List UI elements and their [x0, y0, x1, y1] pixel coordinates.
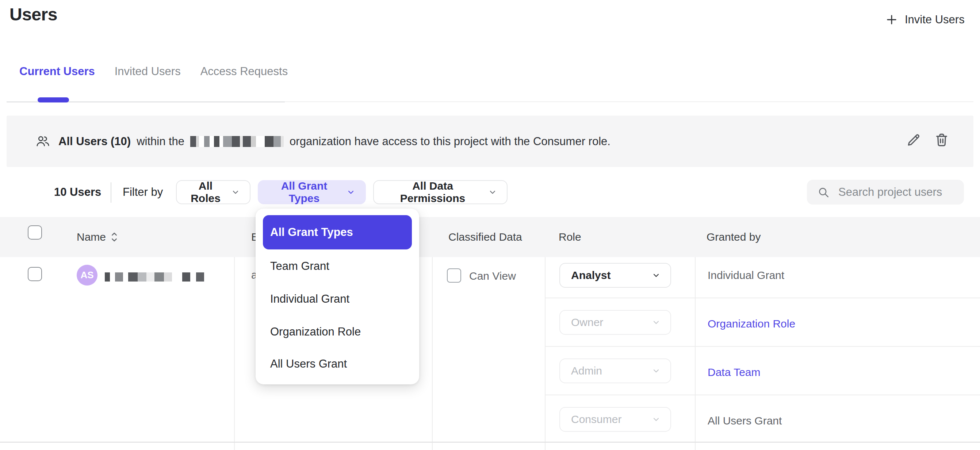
- chevron-down-icon: [651, 271, 661, 280]
- granted-by-link[interactable]: Data Team: [708, 366, 760, 379]
- grant-row-divider: [545, 346, 980, 347]
- all-data-permissions-filter-label: All Data Permissions: [385, 180, 480, 204]
- row-divider: [0, 442, 980, 443]
- redacted-org-name: [190, 136, 284, 147]
- column-header-granted-by: Granted by: [706, 231, 760, 243]
- role-select-consumer: Consumer: [559, 407, 671, 432]
- grant-types-dropdown-menu: All Grant Types Team Grant Individual Gr…: [256, 209, 419, 384]
- user-count: 10 Users: [54, 180, 101, 204]
- plus-icon: [885, 13, 898, 26]
- chevron-down-icon: [488, 187, 497, 197]
- role-select-label: Owner: [571, 316, 603, 328]
- all-roles-filter-label: All Roles: [188, 180, 223, 204]
- banner-text: All Users (10) within the organization h…: [35, 116, 611, 167]
- chevron-down-icon: [651, 415, 661, 424]
- tab-access-requests[interactable]: Access Requests: [200, 65, 288, 78]
- chevron-down-icon: [346, 187, 356, 197]
- granted-by-value: All Users Grant: [708, 415, 782, 427]
- all-roles-filter[interactable]: All Roles: [176, 180, 250, 204]
- grant-row-divider: [545, 298, 980, 298]
- people-icon: [35, 134, 50, 149]
- column-divider: [432, 257, 433, 450]
- search-input[interactable]: [838, 185, 954, 199]
- role-select-label: Admin: [571, 364, 602, 377]
- column-divider: [695, 257, 695, 450]
- all-data-permissions-filter[interactable]: All Data Permissions: [373, 180, 508, 204]
- search-box: [807, 180, 964, 204]
- sort-icon[interactable]: [110, 230, 119, 244]
- filter-by-label: Filter by: [123, 180, 163, 204]
- column-header-classified-data: Classified Data: [449, 231, 522, 243]
- chevron-down-icon: [651, 318, 661, 327]
- menu-item-all-grant-types[interactable]: All Grant Types: [263, 215, 412, 249]
- trash-icon[interactable]: [933, 131, 950, 148]
- toolbar-divider: [111, 182, 111, 203]
- select-all-checkbox[interactable]: [28, 225, 42, 239]
- tab-current-users[interactable]: Current Users: [19, 65, 95, 78]
- role-select-owner: Owner: [559, 310, 671, 335]
- tab-invited-users[interactable]: Invited Users: [115, 65, 181, 78]
- grant-row-divider: [545, 395, 980, 395]
- chevron-down-icon: [231, 187, 240, 197]
- menu-item-team-grant[interactable]: Team Grant: [256, 250, 419, 283]
- all-grant-types-filter-label: All Grant Types: [269, 180, 339, 204]
- edit-icon[interactable]: [905, 132, 921, 148]
- banner-text-after: organization have access to this project…: [290, 135, 611, 148]
- role-select-label: Consumer: [571, 413, 622, 426]
- banner-all-users-count: All Users (10): [59, 135, 131, 148]
- role-select-label: Analyst: [571, 269, 611, 282]
- menu-item-all-users-grant[interactable]: All Users Grant: [256, 347, 419, 380]
- role-select-analyst[interactable]: Analyst: [559, 263, 671, 288]
- column-divider: [234, 257, 235, 450]
- row-checkbox[interactable]: [28, 267, 42, 281]
- granted-by-link[interactable]: Organization Role: [708, 318, 795, 330]
- users-page: Users Invite Users Current Users Invited…: [0, 0, 980, 450]
- invite-users-button[interactable]: Invite Users: [883, 10, 967, 29]
- banner-text-before: within the: [137, 135, 185, 148]
- can-view-checkbox[interactable]: [447, 268, 461, 283]
- search-icon: [817, 186, 830, 198]
- menu-item-individual-grant[interactable]: Individual Grant: [256, 283, 419, 315]
- active-tab-indicator: [38, 97, 69, 103]
- all-grant-types-filter[interactable]: All Grant Types: [258, 180, 366, 204]
- page-title: Users: [10, 5, 57, 24]
- role-select-admin: Admin: [559, 358, 671, 383]
- column-header-role: Role: [558, 231, 581, 243]
- invite-users-label: Invite Users: [905, 13, 965, 26]
- column-divider: [545, 257, 546, 450]
- column-header-name[interactable]: Name: [77, 231, 106, 243]
- tab-bar: Current Users Invited Users Access Reque…: [19, 65, 288, 78]
- redacted-user-name: [105, 273, 204, 282]
- granted-by-value: Individual Grant: [708, 269, 784, 282]
- can-view-label: Can View: [469, 270, 516, 282]
- chevron-down-icon: [651, 366, 661, 376]
- menu-item-organization-role[interactable]: Organization Role: [256, 315, 419, 348]
- avatar: AS: [77, 265, 97, 285]
